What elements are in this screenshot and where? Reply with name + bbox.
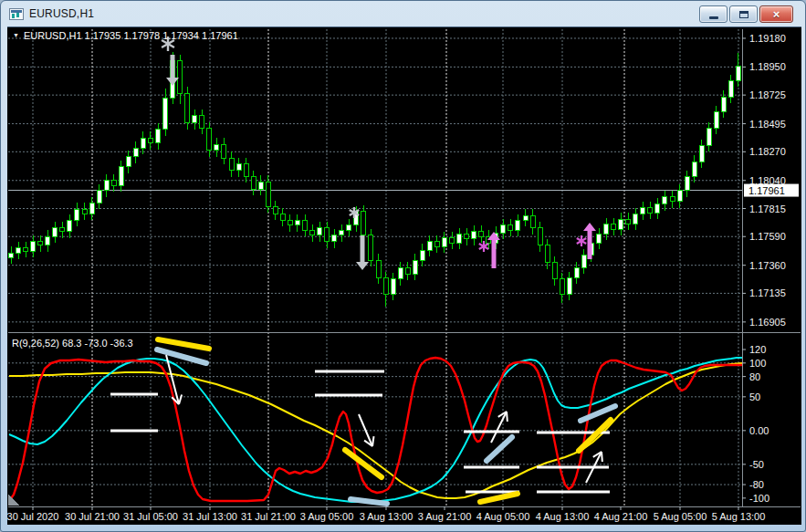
- time-axis-label: 4 Aug 21:00: [594, 511, 648, 522]
- candle-body: [31, 242, 36, 252]
- candle-body: [303, 220, 308, 230]
- time-axis-label: 31 Jul 13:00: [183, 511, 237, 522]
- collapse-triangle-icon[interactable]: ▼: [13, 32, 19, 38]
- chart-canvas[interactable]: 1.179611.191801.189501.187251.184951.182…: [7, 27, 801, 525]
- candle-body: [126, 157, 131, 167]
- candle-body: [273, 206, 277, 214]
- candle-body: [655, 204, 660, 214]
- candle-body: [391, 279, 395, 294]
- time-axis-label: 3 Aug 21:00: [418, 511, 472, 522]
- candle-body: [405, 267, 410, 274]
- time-axis-label: 30 Jul 2020: [7, 511, 58, 522]
- minimize-icon: [709, 16, 718, 19]
- candle-body: [413, 260, 417, 274]
- candle-body: [567, 277, 571, 294]
- candle-body: [728, 80, 733, 97]
- candle-body: [648, 208, 653, 213]
- titlebar[interactable]: EURUSD,H1 ×: [1, 1, 805, 26]
- candle-body: [619, 219, 623, 229]
- candle-body: [163, 99, 168, 130]
- time-grid-layer: [33, 29, 738, 506]
- time-axis-label: 31 Jul 05:00: [123, 511, 178, 522]
- candle-body: [75, 209, 79, 220]
- candle-body: [633, 214, 638, 224]
- white-arrow-head: [507, 412, 508, 422]
- candle-body: [46, 236, 50, 245]
- time-axis-label: 3 Aug 13:00: [360, 511, 413, 522]
- candle-body: [369, 235, 373, 260]
- mt4-chart-window: EURUSD,H1 × 1.179611.191801.189501.18725…: [0, 0, 806, 532]
- window-controls: ×: [699, 5, 793, 23]
- ohlc-text: EURUSD,H1 1.17935 1.17978 1.17934 1.1796…: [24, 30, 238, 41]
- candle-body: [398, 267, 403, 278]
- candle-body: [457, 235, 462, 244]
- signal-down-arrow-icon: [166, 55, 179, 86]
- maximize-button[interactable]: [729, 5, 758, 23]
- candle-body: [68, 220, 72, 231]
- indicator-axis-label: 0.00: [749, 425, 769, 436]
- price-axis-label: 1.17360: [749, 260, 786, 271]
- time-axis-label: 31 Jul 21:00: [241, 511, 296, 522]
- candle-body: [581, 256, 586, 268]
- candle-body: [523, 215, 528, 220]
- signals-layer: [162, 37, 596, 270]
- candle-body: [560, 279, 564, 294]
- candle-body: [310, 230, 315, 235]
- candle-body: [736, 66, 740, 80]
- chart-info-line[interactable]: ▼EURUSD,H1 1.17935 1.17978 1.17934 1.179…: [13, 30, 238, 41]
- minimize-button[interactable]: [699, 5, 727, 23]
- close-button[interactable]: ×: [759, 5, 793, 23]
- candle-body: [9, 253, 14, 257]
- candle-body: [597, 235, 602, 244]
- candle-body: [699, 145, 704, 162]
- candle-body: [280, 214, 285, 221]
- candle-body: [111, 181, 116, 185]
- candle-body: [670, 197, 675, 202]
- time-axis-label: 4 Aug 13:00: [536, 511, 590, 522]
- candle-body: [361, 212, 366, 235]
- indicator-level-layer: [8, 363, 742, 485]
- bid-price-tag-text: 1.17961: [748, 185, 785, 196]
- candle-body: [538, 228, 542, 245]
- candle-body: [442, 238, 446, 247]
- axis-labels-layer: 1.191801.189501.187251.184951.182701.180…: [7, 33, 786, 522]
- lightblue-trend-segment: [487, 437, 512, 461]
- candle-body: [714, 112, 718, 129]
- candle-body: [82, 209, 87, 214]
- candle-body: [427, 242, 432, 251]
- price-axis-label: 1.18040: [749, 175, 786, 186]
- candle-body: [612, 224, 616, 229]
- candle-body: [347, 225, 351, 230]
- indicator-axis-label: 50: [749, 391, 760, 402]
- candle-body: [266, 182, 270, 206]
- time-axis-label: 5 Aug 13:00: [712, 511, 766, 522]
- price-axis-label: 1.17815: [749, 203, 786, 214]
- candle-body: [38, 242, 43, 245]
- close-icon: ×: [773, 8, 780, 20]
- price-axis-label: 1.18495: [749, 119, 786, 130]
- time-axis-label: 30 Jul 21:00: [65, 511, 120, 522]
- price-axis-label: 1.18950: [749, 61, 786, 72]
- candle-body: [119, 167, 123, 185]
- price-axis-label: 1.17590: [749, 231, 786, 242]
- price-axis-label: 1.18725: [749, 89, 786, 100]
- white-arrow-head: [602, 452, 602, 462]
- candle-body: [501, 225, 506, 233]
- time-axis-label: 3 Aug 05:00: [300, 511, 354, 522]
- indicator-axis-label: 120: [749, 344, 766, 355]
- time-axis-label: 4 Aug 05:00: [476, 511, 530, 522]
- candle-body: [251, 177, 256, 190]
- candles-layer: [9, 52, 741, 307]
- candle-body: [677, 191, 682, 202]
- candle-body: [89, 203, 94, 214]
- candle-body: [178, 61, 183, 94]
- yellow-trend-segment: [158, 339, 209, 349]
- candle-body: [133, 148, 138, 157]
- candle-body: [663, 197, 667, 204]
- candle-body: [508, 225, 513, 230]
- candle-body: [450, 238, 455, 243]
- price-axis-label: 1.18270: [749, 146, 786, 157]
- candle-body: [156, 130, 161, 143]
- candle-body: [641, 208, 645, 214]
- window-title: EURUSD,H1: [29, 7, 94, 20]
